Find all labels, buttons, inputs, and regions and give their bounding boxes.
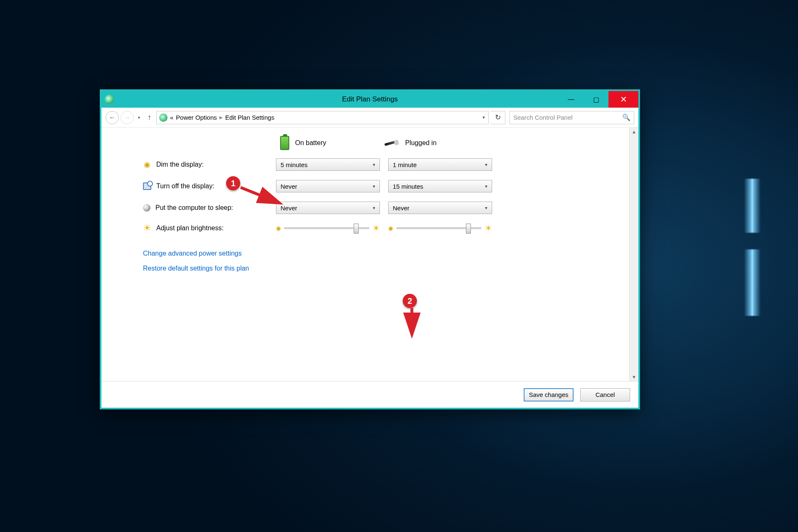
search-icon: 🔍 (622, 113, 631, 121)
brightness-label: ☀ Adjust plan brightness: (143, 224, 268, 232)
on-battery-label: On battery (295, 139, 326, 147)
scroll-down-icon[interactable]: ▼ (632, 374, 636, 379)
annotation-arrow-2 (407, 307, 419, 340)
plugged-in-header: Plugged in (384, 139, 437, 147)
dim-icon: ◉ (143, 160, 151, 169)
slider-thumb[interactable] (466, 224, 471, 234)
dim-display-battery-dropdown[interactable]: 5 minutes ▾ (276, 158, 380, 171)
chevron-down-icon: ▾ (373, 162, 375, 167)
sleep-plugged-dropdown[interactable]: Never ▾ (388, 202, 492, 214)
dim-display-label: ◉ Dim the display: (143, 160, 268, 169)
annotation-badge-2: 2 (403, 294, 417, 308)
address-bar[interactable]: « Power Options ▶ Edit Plan Settings ▾ (156, 111, 489, 124)
edit-plan-settings-window: Edit Plan Settings — ▢ ✕ ← → ▾ ↑ « Power… (100, 89, 640, 409)
brightness-battery-slider[interactable]: ◉ ☀ (276, 223, 380, 233)
settings-grid: ◉ Dim the display: 5 minutes ▾ 1 minute … (143, 158, 596, 233)
chevron-down-icon: ▾ (373, 205, 375, 211)
back-button[interactable]: ← (106, 111, 119, 124)
restore-defaults-link[interactable]: Restore default settings for this plan (143, 265, 596, 272)
wallpaper-glow (744, 249, 761, 316)
sun-large-icon: ☀ (372, 223, 380, 233)
window-title: Edit Plan Settings (101, 95, 638, 103)
main-panel: On battery Plugged in ◉ Dim the display:… (101, 128, 629, 381)
save-changes-button[interactable]: Save changes (524, 388, 574, 401)
plug-icon (384, 139, 399, 147)
breadcrumb-prefix: « (170, 114, 173, 121)
cancel-button[interactable]: Cancel (580, 388, 630, 401)
history-dropdown[interactable]: ▾ (135, 115, 143, 120)
plugged-in-label: Plugged in (405, 139, 437, 147)
forward-button[interactable]: → (121, 111, 134, 124)
sleep-battery-dropdown[interactable]: Never ▾ (276, 202, 380, 214)
breadcrumb-item[interactable]: Edit Plan Settings (225, 114, 274, 121)
slider-track[interactable] (397, 227, 481, 229)
footer: Save changes Cancel (101, 381, 638, 408)
power-source-headers: On battery Plugged in (280, 136, 596, 150)
content-area: On battery Plugged in ◉ Dim the display:… (101, 128, 638, 381)
slider-thumb[interactable] (354, 224, 359, 234)
up-button[interactable]: ↑ (144, 113, 155, 122)
brightness-plugged-slider[interactable]: ◉ ☀ (388, 223, 492, 233)
sun-large-icon: ☀ (485, 223, 492, 233)
search-placeholder: Search Control Panel (513, 114, 573, 121)
sun-icon: ☀ (143, 224, 151, 232)
chevron-down-icon: ▾ (485, 205, 488, 211)
svg-line-0 (241, 187, 278, 202)
links-section: Change advanced power settings Restore d… (143, 250, 596, 272)
address-dropdown[interactable]: ▾ (483, 115, 486, 120)
sun-small-icon: ◉ (388, 225, 393, 232)
scroll-up-icon[interactable]: ▲ (632, 129, 636, 134)
change-advanced-link[interactable]: Change advanced power settings (143, 250, 596, 257)
annotation-badge-1: 1 (226, 176, 240, 190)
dim-display-plugged-dropdown[interactable]: 1 minute ▾ (388, 158, 492, 171)
turn-off-display-battery-dropdown[interactable]: Never ▾ (276, 180, 380, 192)
sun-small-icon: ◉ (276, 225, 281, 232)
annotation-arrow-1 (239, 182, 288, 212)
chevron-down-icon: ▾ (373, 184, 375, 189)
search-input[interactable]: Search Control Panel 🔍 (510, 111, 634, 124)
power-options-icon (159, 113, 167, 122)
chevron-down-icon: ▾ (485, 162, 488, 167)
chevron-right-icon: ▶ (219, 115, 223, 120)
monitor-timer-icon (143, 182, 151, 190)
wallpaper-glow (744, 179, 761, 233)
chevron-down-icon: ▾ (485, 184, 488, 189)
on-battery-header: On battery (280, 136, 326, 150)
moon-icon (143, 204, 150, 212)
titlebar[interactable]: Edit Plan Settings — ▢ ✕ (101, 91, 638, 108)
battery-icon (280, 136, 289, 150)
turn-off-display-plugged-dropdown[interactable]: 15 minutes ▾ (388, 180, 492, 192)
breadcrumb-item[interactable]: Power Options (176, 114, 217, 121)
slider-track[interactable] (284, 227, 369, 229)
refresh-button[interactable]: ↻ (490, 111, 505, 124)
navigation-toolbar: ← → ▾ ↑ « Power Options ▶ Edit Plan Sett… (101, 108, 638, 128)
vertical-scrollbar[interactable]: ▲ ▼ (629, 128, 638, 381)
